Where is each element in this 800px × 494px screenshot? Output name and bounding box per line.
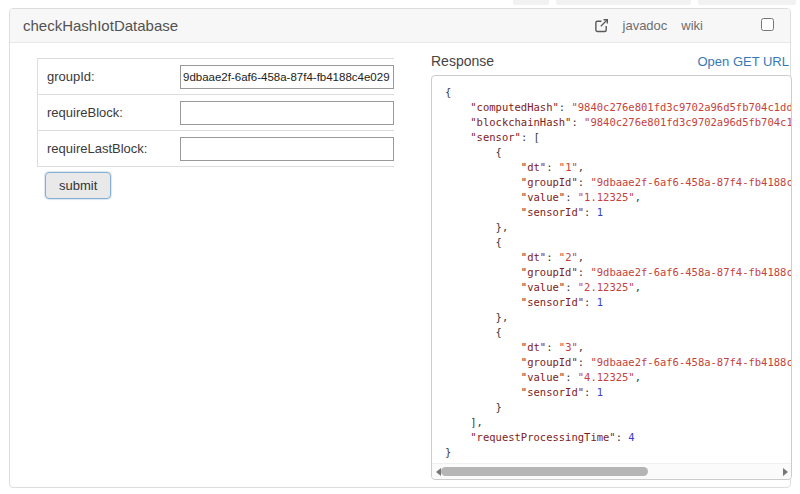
json-line: "sensorId": 1 bbox=[445, 205, 791, 220]
page-title: checkHashIotDatabase bbox=[23, 17, 178, 34]
json-line: }, bbox=[445, 220, 791, 235]
open-get-url-link[interactable]: Open GET URL bbox=[697, 54, 789, 69]
json-line: "sensorId": 1 bbox=[445, 385, 791, 400]
form-row: groupId: bbox=[38, 58, 394, 94]
json-line: "value": "4.12325", bbox=[445, 370, 791, 385]
response-box: { "computedHash": "9840c276e801fd3c9702a… bbox=[431, 75, 792, 480]
json-line: "blockchainHash": "9840c276e801fd3c9702a… bbox=[445, 115, 791, 130]
json-line: "sensor": [ bbox=[445, 130, 791, 145]
external-link-icon[interactable] bbox=[594, 18, 609, 33]
json-line: ], bbox=[445, 415, 791, 430]
response-heading: Response bbox=[431, 53, 494, 69]
scroll-thumb[interactable] bbox=[441, 467, 648, 476]
json-line: "sensorId": 1 bbox=[445, 295, 791, 310]
json-line: { bbox=[445, 145, 791, 160]
field-label: requireBlock: bbox=[38, 105, 180, 120]
link-wiki[interactable]: wiki bbox=[681, 18, 703, 33]
json-line: "dt": "2", bbox=[445, 250, 791, 265]
json-line: { bbox=[445, 325, 791, 340]
tab-remnant bbox=[556, 0, 691, 5]
json-line: { bbox=[445, 235, 791, 250]
header-actions: javadoc wiki bbox=[594, 18, 777, 34]
json-line: } bbox=[445, 445, 791, 460]
tab-remnant bbox=[698, 0, 796, 5]
panel: checkHashIotDatabase javadoc wiki groupI… bbox=[9, 8, 791, 488]
response-json: { "computedHash": "9840c276e801fd3c9702a… bbox=[432, 76, 791, 460]
json-line: "groupId": "9dbaae2f-6af6-458a-87f4-fb41… bbox=[445, 175, 791, 190]
json-line: "value": "1.12325", bbox=[445, 190, 791, 205]
header-checkbox[interactable] bbox=[761, 18, 774, 31]
panel-header: checkHashIotDatabase javadoc wiki bbox=[10, 9, 790, 43]
json-line: "groupId": "9dbaae2f-6af6-458a-87f4-fb41… bbox=[445, 265, 791, 280]
form-row: requireLastBlock: bbox=[38, 130, 394, 166]
json-line: { bbox=[445, 85, 791, 100]
json-line: } bbox=[445, 400, 791, 415]
submit-button[interactable]: submit bbox=[45, 172, 111, 199]
json-line: "computedHash": "9840c276e801fd3c9702a96… bbox=[445, 100, 791, 115]
field-label: requireLastBlock: bbox=[38, 141, 180, 156]
link-javadoc[interactable]: javadoc bbox=[623, 18, 668, 33]
panel-body: groupId:requireBlock:requireLastBlock: s… bbox=[10, 43, 790, 489]
json-line: "value": "2.12325", bbox=[445, 280, 791, 295]
form-table: groupId:requireBlock:requireLastBlock: bbox=[37, 58, 394, 167]
json-line: }, bbox=[445, 310, 791, 325]
h-scrollbar[interactable] bbox=[432, 463, 791, 479]
requireBlock-input[interactable] bbox=[180, 101, 394, 125]
scroll-right-arrow[interactable] bbox=[779, 464, 791, 479]
groupId-input[interactable] bbox=[180, 65, 394, 89]
json-line: "requestProcessingTime": 4 bbox=[445, 430, 791, 445]
form-row: requireBlock: bbox=[38, 94, 394, 130]
requireLastBlock-input[interactable] bbox=[180, 137, 394, 161]
tab-remnant bbox=[513, 0, 549, 5]
field-label: groupId: bbox=[38, 69, 180, 84]
json-line: "groupId": "9dbaae2f-6af6-458a-87f4-fb41… bbox=[445, 355, 791, 370]
json-line: "dt": "3", bbox=[445, 340, 791, 355]
json-line: "dt": "1", bbox=[445, 160, 791, 175]
